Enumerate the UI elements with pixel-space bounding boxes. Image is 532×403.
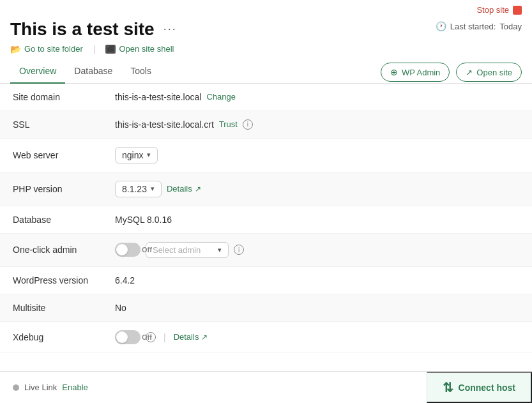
external-icon: ↗ [195,185,201,194]
select-admin-placeholder: Select admin [153,245,201,255]
more-options-button[interactable]: ··· [161,20,179,38]
site-links: 📂 Go to site folder | ⬛ Open site shell [10,44,179,54]
open-site-button[interactable]: ↗ Open site [456,63,522,82]
label-xdebug: Xdebug [13,332,115,342]
open-shell-link[interactable]: ⬛ Open site shell [105,44,174,54]
xdebug-toggle-knob [116,331,128,343]
database-text: MySQL 8.0.16 [115,215,172,225]
go-to-folder-link[interactable]: 📂 Go to site folder [10,44,83,54]
php-version-text: 8.1.23 [122,184,147,194]
wp-admin-button[interactable]: ⊕ WP Admin [381,63,450,82]
label-multisite: Multisite [13,303,115,313]
live-link-area: Live Link Enable [0,383,101,392]
chevron-down-icon: ▾ [147,151,151,159]
bottom-bar: Live Link Enable ⇅ Connect host [0,371,532,403]
value-web-server: nginx ▾ [115,147,158,163]
value-php-version: 8.1.23 ▾ Details ↗ [115,181,201,197]
ssl-info-icon[interactable]: i [243,119,253,130]
php-details-label: Details [167,184,192,194]
trust-ssl-link[interactable]: Trust [219,119,238,129]
php-details-link[interactable]: Details ↗ [167,184,201,194]
site-title: This is a test site [10,19,155,40]
row-database: Database MySQL 8.0.16 [0,206,532,234]
select-admin-dropdown[interactable]: Select admin ▾ [146,242,229,258]
value-multisite: No [115,303,126,313]
ssl-cert-text: this-is-a-test-site.local.crt [115,119,214,130]
toggle-off-label: Off [142,246,152,254]
web-server-dropdown[interactable]: nginx ▾ [115,147,158,163]
wp-icon: ⊕ [390,67,398,77]
tabs-row: Overview Database Tools ⊕ WP Admin ↗ Ope… [0,54,532,84]
last-started: 🕐 Last started: Today [436,21,522,31]
row-site-domain: Site domain this-is-a-test-site.local Ch… [0,84,532,111]
row-php-version: PHP version 8.1.23 ▾ Details ↗ [0,172,532,206]
xdebug-details-label: Details [174,332,199,342]
clock-icon: 🕐 [436,21,446,31]
value-ssl: this-is-a-test-site.local.crt Trust i [115,119,253,130]
connect-host-icon: ⇅ [443,380,453,395]
tab-actions: ⊕ WP Admin ↗ Open site [381,63,522,82]
tabs: Overview Database Tools [10,62,160,83]
site-domain-text: this-is-a-test-site.local [115,92,201,102]
row-web-server: Web server nginx ▾ [0,139,532,172]
last-started-value: Today [499,22,522,31]
site-title-row: This is a test site ··· [10,19,179,40]
terminal-icon: ⬛ [105,45,116,54]
chevron-down-icon3: ▾ [218,246,222,254]
value-xdebug: Off i | Details ↗ [115,330,208,344]
xdebug-ext-icon: ↗ [201,333,208,342]
live-link-dot [13,384,19,391]
row-oneclick-admin: One-click admin Off Select admin ▾ i [0,234,532,267]
toggle-knob [116,244,128,255]
site-title-area: This is a test site ··· 📂 Go to site fol… [10,19,179,54]
row-xdebug: Xdebug Off i | Details ↗ [0,322,532,353]
label-wp-version: WordPress version [13,275,115,285]
stop-site-label: Stop site [476,5,509,15]
separator: | [93,44,96,54]
xdebug-separator: | [163,332,166,342]
row-multisite: Multisite No [0,294,532,322]
wp-version-text: 6.4.2 [115,275,135,285]
label-site-domain: Site domain [13,92,115,102]
external-link-icon: ↗ [466,68,473,77]
value-oneclick-admin: Off Select admin ▾ i [115,242,244,258]
multisite-text: No [115,303,126,313]
connect-host-label: Connect host [459,383,515,393]
xdebug-details-link[interactable]: Details ↗ [174,332,208,342]
row-wp-version: WordPress version 6.4.2 [0,267,532,294]
label-ssl: SSL [13,119,115,130]
value-database: MySQL 8.0.16 [115,215,172,225]
tab-tools[interactable]: Tools [121,62,160,84]
oneclick-info-icon[interactable]: i [234,245,244,255]
folder-icon: 📂 [10,44,21,54]
top-bar: Stop site [0,0,532,15]
value-wp-version: 6.4.2 [115,275,135,285]
tab-database[interactable]: Database [65,62,121,84]
live-link-label: Live Link [24,383,57,392]
enable-live-link[interactable]: Enable [62,383,87,392]
site-header: This is a test site ··· 📂 Go to site fol… [0,15,532,54]
stop-icon [513,6,522,15]
label-oneclick-admin: One-click admin [13,245,115,255]
tab-overview[interactable]: Overview [10,62,65,84]
oneclick-toggle[interactable]: Off [115,243,141,257]
content-area: Site domain this-is-a-test-site.local Ch… [0,84,532,353]
value-site-domain: this-is-a-test-site.local Change [115,92,236,102]
change-domain-link[interactable]: Change [206,92,236,102]
chevron-down-icon2: ▾ [151,185,155,193]
xdebug-toggle-label: Off [142,333,152,341]
xdebug-toggle[interactable]: Off [115,330,141,344]
label-database: Database [13,215,115,225]
php-version-dropdown[interactable]: 8.1.23 ▾ [115,181,162,197]
web-server-value: nginx [122,150,143,160]
stop-site-button[interactable]: Stop site [476,5,522,15]
connect-host-button[interactable]: ⇅ Connect host [427,372,532,403]
row-ssl: SSL this-is-a-test-site.local.crt Trust … [0,111,532,139]
label-web-server: Web server [13,150,115,160]
label-php-version: PHP version [13,184,115,194]
